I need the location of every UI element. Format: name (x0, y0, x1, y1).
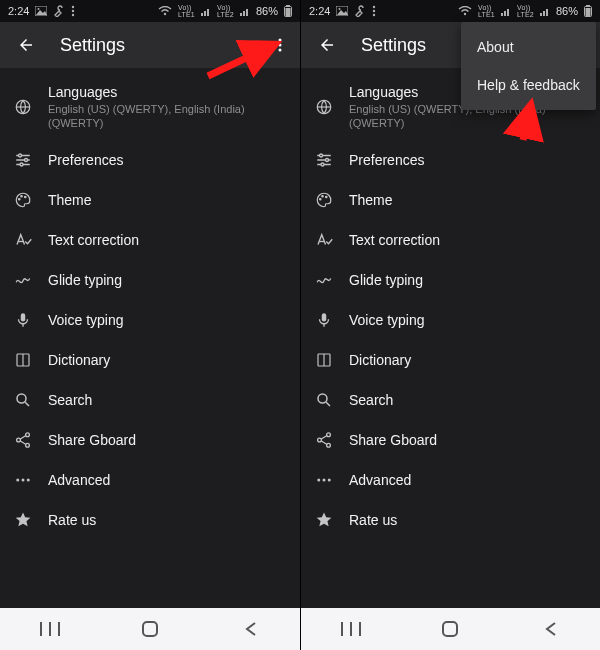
svg-point-5 (164, 13, 166, 15)
signal-lte2: Vo))LTE2 (217, 4, 234, 18)
row-dictionary[interactable]: Dictionary (301, 340, 600, 380)
overflow-popup: About Help & feedback (461, 22, 596, 110)
row-label: Languages (48, 84, 286, 100)
svg-point-63 (318, 394, 327, 403)
sliders-icon (315, 151, 349, 169)
row-share-gboard[interactable]: Share Gboard (301, 420, 600, 460)
row-text-correction[interactable]: Text correction (0, 220, 300, 260)
signal-bars-icon (501, 6, 511, 16)
overflow-menu-button[interactable] (266, 31, 294, 59)
row-voice-typing[interactable]: Voice typing (301, 300, 600, 340)
picture-icon (35, 6, 47, 16)
status-time: 2:24 (8, 5, 29, 17)
svg-rect-49 (543, 11, 545, 16)
signal-lte2: Vo))LTE2 (517, 4, 534, 18)
share-icon (14, 431, 48, 449)
wifi-icon (158, 6, 172, 16)
row-theme[interactable]: Theme (301, 180, 600, 220)
svg-point-4 (72, 14, 74, 16)
svg-point-19 (19, 154, 22, 157)
row-label: Theme (349, 192, 586, 208)
row-share-gboard[interactable]: Share Gboard (0, 420, 300, 460)
popup-item-about[interactable]: About (461, 28, 596, 66)
nav-bar (0, 608, 300, 650)
battery-icon (584, 5, 592, 17)
svg-rect-6 (201, 13, 203, 16)
svg-rect-36 (58, 622, 60, 636)
svg-point-2 (72, 6, 74, 8)
popup-item-help-feedback[interactable]: Help & feedback (461, 66, 596, 104)
svg-point-59 (322, 196, 324, 198)
row-preferences[interactable]: Preferences (0, 140, 300, 180)
text-correction-icon (14, 231, 48, 249)
globe-icon (14, 98, 48, 116)
signal-bars-icon (201, 6, 211, 16)
row-preferences[interactable]: Preferences (301, 140, 600, 180)
share-icon (315, 431, 349, 449)
row-label: Share Gboard (48, 432, 286, 448)
search-icon (14, 391, 48, 409)
row-search[interactable]: Search (0, 380, 300, 420)
row-label: Text correction (349, 232, 586, 248)
signal-lte1: Vo))LTE1 (478, 4, 495, 18)
ellipsis-icon (315, 471, 349, 489)
row-dictionary[interactable]: Dictionary (0, 340, 300, 380)
svg-point-42 (373, 10, 375, 12)
svg-point-24 (25, 196, 27, 198)
nav-home-button[interactable] (430, 614, 470, 644)
svg-point-43 (373, 14, 375, 16)
row-label: Dictionary (349, 352, 586, 368)
row-advanced[interactable]: Advanced (301, 460, 600, 500)
svg-point-31 (16, 479, 19, 482)
row-rate-us[interactable]: Rate us (301, 500, 600, 540)
signal-lte1: Vo))LTE1 (178, 4, 195, 18)
phone-right: 2:24 Vo))LTE1 Vo))LTE2 (300, 0, 600, 650)
svg-rect-70 (341, 622, 343, 636)
row-sublabel: English (US) (QWERTY), English (India) (… (48, 102, 286, 130)
nav-recents-button[interactable] (331, 614, 371, 644)
row-label: Glide typing (48, 272, 286, 288)
tool-icon (354, 5, 366, 17)
nav-back-button[interactable] (530, 614, 570, 644)
phone-left: 2:24 Vo))LTE1 Vo))LTE2 (0, 0, 300, 650)
svg-rect-46 (504, 11, 506, 16)
search-icon (315, 391, 349, 409)
svg-rect-45 (501, 13, 503, 16)
svg-point-56 (326, 159, 329, 162)
globe-icon (315, 98, 349, 116)
status-bar: 2:24 Vo))LTE1 Vo))LTE2 (0, 0, 300, 22)
picture-icon (336, 6, 348, 16)
row-glide-typing[interactable]: Glide typing (0, 260, 300, 300)
nav-back-button[interactable] (230, 614, 270, 644)
book-icon (14, 351, 48, 369)
svg-rect-37 (143, 622, 157, 636)
row-label: Glide typing (349, 272, 586, 288)
svg-rect-73 (443, 622, 457, 636)
svg-rect-53 (586, 8, 591, 16)
svg-rect-50 (546, 9, 548, 16)
row-rate-us[interactable]: Rate us (0, 500, 300, 540)
row-theme[interactable]: Theme (0, 180, 300, 220)
row-label: Voice typing (349, 312, 586, 328)
overflow-dots-icon (71, 5, 75, 17)
signal-bars-icon (240, 6, 250, 16)
status-battery-pct: 86% (556, 5, 578, 17)
app-bar: Settings (0, 22, 300, 68)
row-label: Voice typing (48, 312, 286, 328)
row-languages[interactable]: Languages English (US) (QWERTY), English… (0, 74, 300, 140)
row-voice-typing[interactable]: Voice typing (0, 300, 300, 340)
svg-rect-7 (204, 11, 206, 16)
row-glide-typing[interactable]: Glide typing (301, 260, 600, 300)
row-label: Advanced (48, 472, 286, 488)
row-text-correction[interactable]: Text correction (301, 220, 600, 260)
nav-recents-button[interactable] (30, 614, 70, 644)
back-button[interactable] (12, 31, 40, 59)
wifi-icon (458, 6, 472, 16)
back-button[interactable] (313, 31, 341, 59)
svg-point-33 (27, 479, 30, 482)
row-advanced[interactable]: Advanced (0, 460, 300, 500)
nav-home-button[interactable] (130, 614, 170, 644)
svg-point-67 (317, 479, 320, 482)
svg-point-41 (373, 6, 375, 8)
row-search[interactable]: Search (301, 380, 600, 420)
